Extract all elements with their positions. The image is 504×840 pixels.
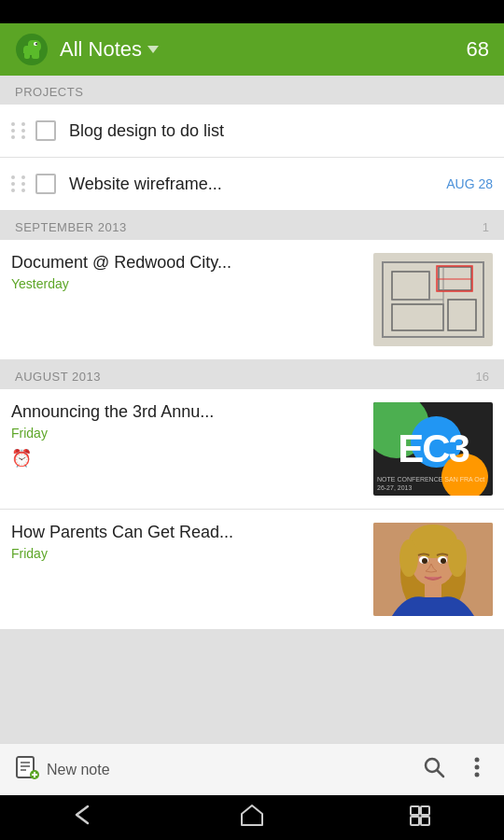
- note-item-blog-design[interactable]: Blog design to do list: [0, 105, 504, 157]
- section-projects: PROJECTS: [0, 76, 504, 105]
- drag-handle: [11, 121, 28, 140]
- new-note-label: New note: [47, 762, 110, 778]
- note-icons: ⏰: [11, 448, 364, 469]
- svg-point-2: [35, 43, 37, 45]
- svg-rect-37: [411, 806, 419, 815]
- note-title: Document @ Redwood City...: [11, 253, 364, 273]
- note-subtitle: Friday: [11, 426, 364, 441]
- notes-list: PROJECTS Blog design to do list Website …: [0, 76, 504, 743]
- svg-point-34: [475, 757, 480, 762]
- note-content: How Parents Can Get Read... Friday: [11, 523, 364, 561]
- section-title-sep: SEPTEMBER 2013: [15, 220, 127, 234]
- svg-point-19: [399, 539, 418, 577]
- section-august2013: AUGUST 2013 16: [0, 360, 504, 389]
- svg-point-24: [441, 558, 446, 564]
- more-options-icon[interactable]: [465, 755, 489, 785]
- section-count-sep: 1: [483, 220, 489, 234]
- section-title-projects: PROJECTS: [15, 85, 83, 99]
- back-icon[interactable]: [71, 805, 97, 831]
- status-bar: [0, 0, 504, 23]
- note-content: Document @ Redwood City... Yesterday: [11, 253, 364, 291]
- alarm-icon: ⏰: [11, 448, 32, 469]
- note-title: Website wireframe...: [69, 175, 439, 194]
- note-thumbnail-ec3: EC3 NOTE CONFERENCE SAN FRA Oct 26-27, 2…: [373, 402, 493, 496]
- svg-point-23: [422, 558, 427, 564]
- section-september2013: SEPTEMBER 2013 1: [0, 211, 504, 240]
- header-title[interactable]: All Notes: [60, 37, 467, 62]
- svg-point-20: [448, 539, 467, 577]
- section-title-aug: AUGUST 2013: [15, 370, 101, 384]
- svg-rect-38: [421, 806, 429, 815]
- search-icon[interactable]: [422, 755, 446, 785]
- svg-point-35: [475, 764, 480, 769]
- bottom-toolbar: New note: [0, 743, 504, 795]
- note-item-redwood[interactable]: Document @ Redwood City... Yesterday: [0, 240, 504, 359]
- header-count: 68: [467, 37, 489, 62]
- note-thumbnail-blueprint: [373, 253, 493, 346]
- svg-line-33: [438, 770, 444, 777]
- svg-rect-40: [421, 817, 429, 825]
- note-title: Announcing the 3rd Annu...: [11, 402, 364, 422]
- note-date: AUG 28: [439, 176, 493, 191]
- note-subtitle: Friday: [11, 546, 364, 561]
- note-item-wireframe[interactable]: Website wireframe... AUG 28: [0, 158, 504, 210]
- toolbar-actions: [422, 755, 489, 785]
- evernote-logo: [15, 33, 49, 66]
- recents-icon[interactable]: [407, 803, 433, 833]
- note-item-parents[interactable]: How Parents Can Get Read... Friday: [0, 510, 504, 629]
- home-icon[interactable]: [239, 803, 265, 833]
- note-checkbox[interactable]: [35, 120, 56, 141]
- note-content: Website wireframe...: [69, 175, 439, 194]
- note-title: How Parents Can Get Read...: [11, 523, 364, 542]
- dropdown-arrow-icon: [147, 46, 159, 53]
- svg-rect-39: [411, 817, 419, 825]
- ec3-note-text: NOTE CONFERENCE SAN FRA Oct 26-27, 2013: [377, 475, 493, 492]
- new-note-button[interactable]: New note: [15, 755, 422, 785]
- svg-point-36: [475, 772, 480, 777]
- new-note-icon: [15, 755, 39, 785]
- drag-handle: [11, 175, 28, 193]
- note-checkbox[interactable]: [35, 174, 56, 194]
- note-thumbnail-person: [373, 523, 493, 616]
- note-item-ec3[interactable]: Announcing the 3rd Annu... Friday ⏰ EC3 …: [0, 389, 504, 509]
- nav-bar: [0, 795, 504, 840]
- section-count-aug: 16: [476, 370, 489, 384]
- note-title: Blog design to do list: [69, 121, 493, 141]
- note-content: Blog design to do list: [69, 121, 493, 141]
- app-header: All Notes 68: [0, 23, 504, 76]
- note-content: Announcing the 3rd Annu... Friday ⏰: [11, 402, 364, 469]
- note-subtitle: Yesterday: [11, 276, 364, 291]
